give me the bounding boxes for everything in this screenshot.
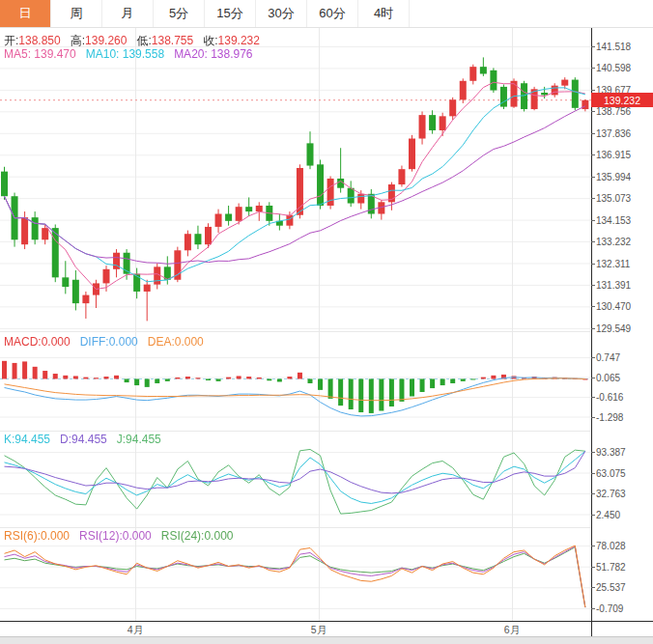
x-axis-label: 6月 [504,624,520,637]
main-axis-label: 131.391 [596,280,631,291]
tab-week[interactable]: 周 [51,0,102,27]
macd-legend-macd: MACD:0.000 [4,335,71,349]
tab-30min[interactable]: 30分 [256,0,307,27]
kdj-legend-k: K:94.455 [4,433,50,446]
tab-5min[interactable]: 5分 [154,0,205,27]
ma-legend-ma20: MA20: 138.976 [174,47,252,61]
kdj-axis-label: 32.763 [596,489,626,499]
kdj-legend-j: J:94.455 [117,433,161,446]
kdj-axis-label: 93.387 [596,447,626,458]
tab-15min[interactable]: 15分 [205,0,256,27]
macd-legend-diff: DIFF:0.000 [80,335,138,349]
panel-divider [0,331,591,332]
ohlc-low: 低:138.755 [136,34,193,47]
main-axis-label: 134.153 [596,215,631,226]
main-axis-label: 133.232 [596,237,631,247]
main-axis-label: 135.073 [596,193,631,204]
main-axis-label: 141.518 [596,42,631,52]
chart-area: 开:138.850高:139.260低:138.755收:139.232 MA5… [0,28,653,644]
kdj-legend-d: D:94.455 [60,433,107,446]
macd-axis-label: -1.298 [596,412,623,423]
panel-divider [0,527,591,528]
main-axis-label: 130.470 [596,301,631,312]
x-axis-label: 5月 [311,624,326,637]
ma-legend-ma10: MA10: 139.558 [86,47,164,61]
main-axis-label: 137.836 [596,128,631,139]
kdj-legend: K:94.455D:94.455J:94.455 [4,433,171,446]
macd-legend-dea: DEA:0.000 [148,335,204,349]
macd-axis-label: 0.065 [596,373,620,383]
macd-axis-label: -0.616 [596,392,623,403]
x-axis-label: 4月 [128,624,143,637]
ohlc-open: 开:138.850 [4,34,61,47]
footer-band [0,637,653,644]
rsi-legend-rsi6: RSI(6):0.000 [4,529,70,543]
x-axis-line [0,621,653,622]
ohlc-close: 收:139.232 [203,34,260,47]
tab-day[interactable]: 日 [0,0,51,27]
main-axis-label: 138.756 [596,106,631,117]
main-axis-label: 136.915 [596,150,631,160]
kdj-axis-label: 63.075 [596,468,626,479]
tab-bar: 日周月5分15分30分60分4时 [0,0,653,28]
ohlc-high: 高:139.260 [71,34,128,47]
rsi-axis-label: 51.782 [596,562,626,573]
macd-legend: MACD:0.000DIFF:0.000DEA:0.000 [4,335,213,349]
rsi-legend-rsi24: RSI(24):0.000 [161,529,234,543]
main-axis-label: 140.598 [596,63,631,73]
tab-4hour[interactable]: 4时 [358,0,410,27]
panel-divider [0,431,591,432]
tab-60min[interactable]: 60分 [307,0,358,27]
current-price-badge: 139.232 [591,93,653,107]
main-axis-label: 129.549 [596,323,631,334]
rsi-legend: RSI(6):0.000RSI(12):0.000RSI(24):0.000 [4,529,242,543]
rsi-axis-label: 25.537 [596,582,626,593]
rsi-legend-rsi12: RSI(12):0.000 [79,529,152,543]
kdj-axis-label: 2.450 [596,510,620,520]
main-candlestick-canvas[interactable] [0,28,591,331]
tab-month[interactable]: 月 [102,0,154,27]
ma-legend-ma5: MA5: 139.470 [4,47,76,61]
rsi-axis-label: 78.028 [596,541,626,551]
macd-axis-label: 0.747 [596,352,620,363]
main-axis-label: 132.311 [596,259,630,269]
main-axis-label: 135.994 [596,172,631,182]
ma-legend: MA5: 139.470MA10: 139.558MA20: 138.976 [4,47,263,61]
rsi-axis-label: -0.709 [596,603,623,614]
